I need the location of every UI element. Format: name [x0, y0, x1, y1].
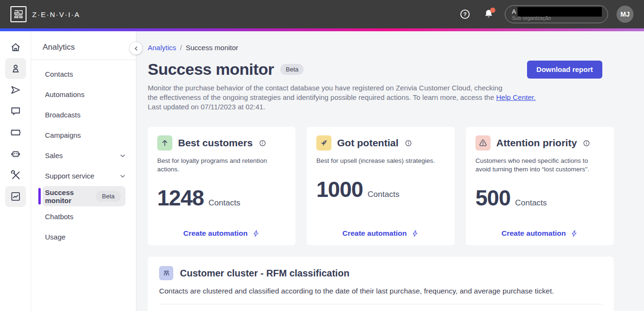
breadcrumb: Analytics / Success monitor [148, 44, 614, 52]
line-chart-icon [9, 190, 22, 203]
icon-rail [0, 31, 31, 311]
last-updated-text: Last updated on 07/11/2023 at 02:41. [148, 103, 265, 111]
sidebar-item-sales[interactable]: Sales [31, 145, 136, 166]
page-description: Monitor the purchase behavior of the con… [148, 83, 614, 112]
info-icon[interactable] [259, 139, 267, 147]
rail-item-tools[interactable] [5, 165, 26, 186]
rail-item-tickets[interactable] [5, 122, 26, 143]
page-beta-badge: Beta [280, 64, 304, 75]
lightning-bolt-icon [252, 230, 260, 238]
create-automation-button[interactable]: Create automation [342, 229, 419, 238]
sidebar-item-support-service[interactable]: Support service [31, 166, 136, 186]
breadcrumb-separator: / [180, 44, 182, 52]
card-description: Best for loyalty programs and retention … [157, 157, 286, 174]
sidebar-item-automations[interactable]: Automations [31, 84, 136, 105]
rail-item-contacts[interactable] [5, 58, 26, 79]
download-report-button[interactable]: Download report [527, 61, 602, 79]
info-icon[interactable] [582, 139, 590, 147]
help-button[interactable]: ? [457, 7, 473, 22]
top-bar: Z·E·N·V·I·A ? A Sub organização MJ [0, 0, 644, 28]
rocket-icon [316, 135, 331, 151]
organization-selector[interactable]: A Sub organização [505, 5, 608, 23]
card-title: Attention priority [496, 137, 577, 149]
rail-item-chatbot[interactable] [5, 143, 26, 164]
main-content: Analytics / Success monitor Success moni… [136, 31, 644, 311]
sidebar-item-usage[interactable]: Usage [31, 227, 136, 247]
contact-count-label: Contacts [367, 190, 399, 199]
create-automation-button[interactable]: Create automation [183, 229, 260, 238]
sidebar-item-broadcasts[interactable]: Broadcasts [31, 105, 136, 125]
sidebar-item-chatbots[interactable]: Chatbots [31, 206, 136, 227]
robot-icon [9, 148, 22, 160]
sidebar-title: Analytics [31, 31, 136, 60]
card-title: Got potential [337, 137, 399, 149]
card-title: Best customers [178, 137, 253, 149]
sidebar: Analytics Contacts Automations Broadcast… [31, 31, 136, 311]
lightning-bolt-icon [570, 230, 578, 238]
brand-name: Z·E·N·V·I·A [32, 10, 80, 18]
sub-organization-label: Sub organização [512, 15, 551, 21]
paper-plane-icon [9, 84, 22, 96]
cluster-description: Contacts are clustered and classified ac… [159, 287, 602, 295]
help-icon: ? [459, 8, 471, 20]
info-icon[interactable] [404, 139, 412, 147]
contact-count: 1248 [157, 185, 204, 211]
sidebar-menu: Contacts Automations Broadcasts Campaign… [31, 60, 136, 247]
notification-dot [490, 8, 495, 13]
person-icon [9, 62, 22, 75]
attention-priority-card: Attention priority Customers who need sp… [466, 127, 614, 245]
contact-count: 500 [475, 185, 510, 211]
chevron-down-icon [119, 152, 126, 160]
got-potential-card: Got potential Best for upsell (increase … [307, 127, 455, 245]
people-icon [159, 266, 173, 280]
rail-item-chat[interactable] [5, 101, 26, 122]
chevron-left-icon [133, 45, 140, 52]
breadcrumb-current: Success monitor [186, 44, 238, 52]
customer-cluster-card: Customer cluster - RFM classification Co… [148, 257, 614, 311]
page-title: Success monitor [148, 60, 274, 79]
sidebar-item-campaigns[interactable]: Campaigns [31, 125, 136, 145]
chat-bubble-icon [9, 105, 22, 117]
beta-badge: Beta [96, 191, 121, 202]
sidebar-collapse-button[interactable] [130, 42, 142, 54]
sidebar-item-contacts[interactable]: Contacts [31, 64, 136, 84]
brand: Z·E·N·V·I·A [10, 6, 80, 22]
rail-item-analytics[interactable] [5, 186, 26, 207]
lightning-bolt-icon [411, 230, 419, 238]
metric-cards-row: Best customers Best for loyalty programs… [148, 127, 614, 245]
arrow-up-icon [157, 135, 172, 151]
ticket-icon [9, 126, 22, 139]
tools-icon [9, 169, 22, 181]
rail-item-home[interactable] [5, 37, 26, 58]
zenvia-logo-icon [10, 6, 27, 22]
sidebar-item-success-monitor[interactable]: Success monitor Beta [43, 186, 125, 206]
contact-count: 1000 [316, 177, 363, 202]
org-name-text: A [512, 8, 516, 15]
card-description: Best for upsell (increase sales) strateg… [316, 157, 445, 165]
card-description: Customers who need specific actions to a… [475, 157, 604, 174]
best-customers-card: Best customers Best for loyalty programs… [148, 127, 295, 245]
warning-triangle-icon [475, 135, 491, 151]
contact-count-label: Contacts [515, 198, 547, 208]
user-avatar[interactable]: MJ [617, 6, 634, 23]
create-automation-button[interactable]: Create automation [501, 229, 578, 238]
divider [159, 304, 602, 304]
chevron-down-icon [119, 172, 126, 180]
cluster-title: Customer cluster - RFM classification [180, 268, 349, 279]
rail-item-broadcasts[interactable] [5, 80, 26, 100]
breadcrumb-analytics-link[interactable]: Analytics [148, 44, 176, 52]
notifications-button[interactable] [481, 7, 496, 22]
help-center-link[interactable]: Help Center. [496, 93, 536, 101]
svg-text:?: ? [464, 11, 467, 17]
contact-count-label: Contacts [208, 198, 240, 208]
home-icon [9, 41, 22, 53]
